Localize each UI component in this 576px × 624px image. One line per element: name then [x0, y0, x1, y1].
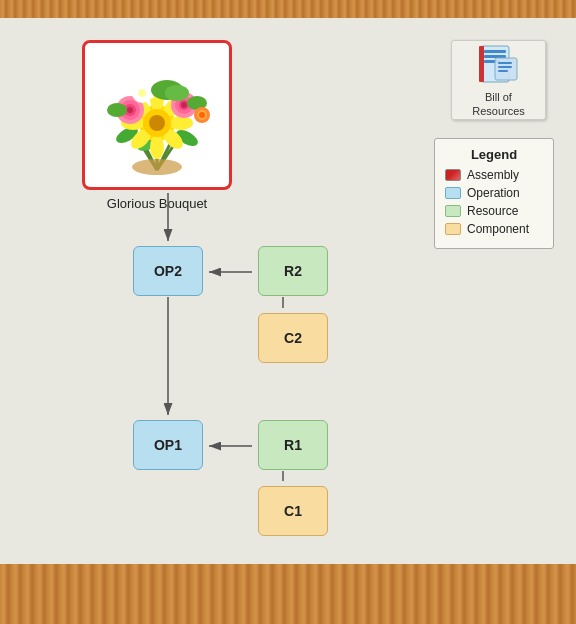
resource-swatch — [445, 205, 461, 217]
svg-rect-7 — [498, 66, 512, 68]
op1-label: OP1 — [154, 437, 182, 453]
svg-rect-6 — [498, 62, 512, 64]
operation-swatch — [445, 187, 461, 199]
svg-point-43 — [165, 85, 189, 101]
c1-label: C1 — [284, 503, 302, 519]
legend-box: Legend Assembly Operation Resource Compo… — [434, 138, 554, 249]
legend-item-operation: Operation — [445, 186, 543, 200]
svg-point-19 — [150, 135, 164, 159]
flower-image — [92, 55, 222, 175]
resource-label: Resource — [467, 204, 518, 218]
bor-icon — [477, 42, 521, 86]
legend-title: Legend — [445, 147, 543, 162]
legend-item-assembly: Assembly — [445, 168, 543, 182]
top-bar — [0, 0, 576, 18]
svg-rect-1 — [484, 50, 506, 53]
r2-label: R2 — [284, 263, 302, 279]
component-swatch — [445, 223, 461, 235]
c2-label: C2 — [284, 330, 302, 346]
bottom-bar — [0, 564, 576, 624]
bor-label: Bill ofResources — [472, 90, 525, 119]
svg-point-21 — [169, 116, 193, 130]
svg-rect-8 — [498, 70, 508, 72]
svg-point-27 — [149, 115, 165, 131]
op2-node: OP2 — [133, 246, 203, 296]
main-area: Bill ofResources Legend Assembly Operati… — [0, 18, 576, 564]
legend-item-resource: Resource — [445, 204, 543, 218]
op2-label: OP2 — [154, 263, 182, 279]
svg-point-35 — [181, 102, 187, 108]
assembly-label: Assembly — [467, 168, 519, 182]
svg-rect-4 — [479, 46, 484, 82]
flower-box — [82, 40, 232, 190]
svg-point-45 — [107, 103, 127, 117]
c2-node: C2 — [258, 313, 328, 363]
component-label: Component — [467, 222, 529, 236]
svg-point-49 — [132, 159, 182, 175]
svg-point-31 — [127, 107, 133, 113]
svg-rect-5 — [495, 58, 517, 80]
bill-of-resources-box[interactable]: Bill ofResources — [451, 40, 546, 120]
operation-label: Operation — [467, 186, 520, 200]
r2-node: R2 — [258, 246, 328, 296]
flower-label: Glorious Bouquet — [82, 196, 232, 211]
svg-point-48 — [199, 112, 205, 118]
assembly-swatch — [445, 169, 461, 181]
r1-label: R1 — [284, 437, 302, 453]
r1-node: R1 — [258, 420, 328, 470]
legend-item-component: Component — [445, 222, 543, 236]
op1-node: OP1 — [133, 420, 203, 470]
svg-point-41 — [138, 89, 146, 97]
c1-node: C1 — [258, 486, 328, 536]
